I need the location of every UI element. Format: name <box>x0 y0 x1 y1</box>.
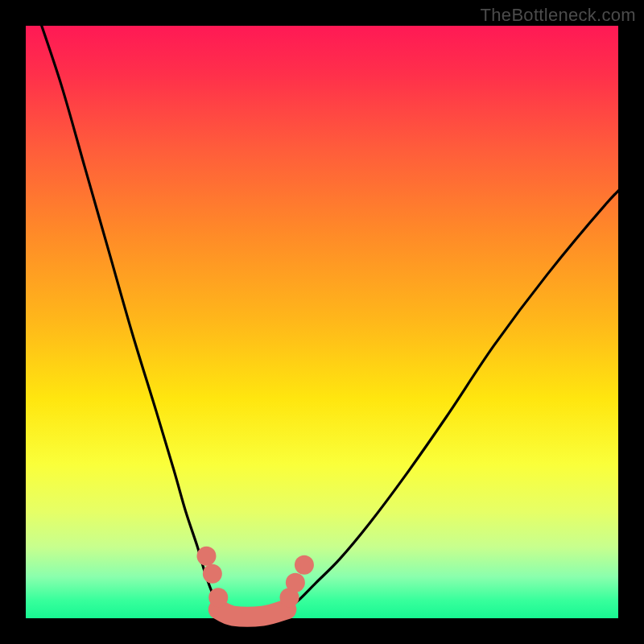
watermark-text: TheBottleneck.com <box>481 5 636 26</box>
left-curve <box>38 14 218 609</box>
bead-right-2 <box>286 573 305 592</box>
bead-right-3 <box>295 555 314 575</box>
plot-area <box>26 26 618 618</box>
v-bottom <box>218 609 287 617</box>
bead-left-2 <box>203 564 222 584</box>
outer-frame: TheBottleneck.com <box>0 0 644 644</box>
bead-left-1 <box>196 547 216 566</box>
chart-svg <box>26 26 618 618</box>
right-curve <box>287 180 630 609</box>
bead-left-3 <box>208 588 228 607</box>
beads-group <box>196 547 313 608</box>
